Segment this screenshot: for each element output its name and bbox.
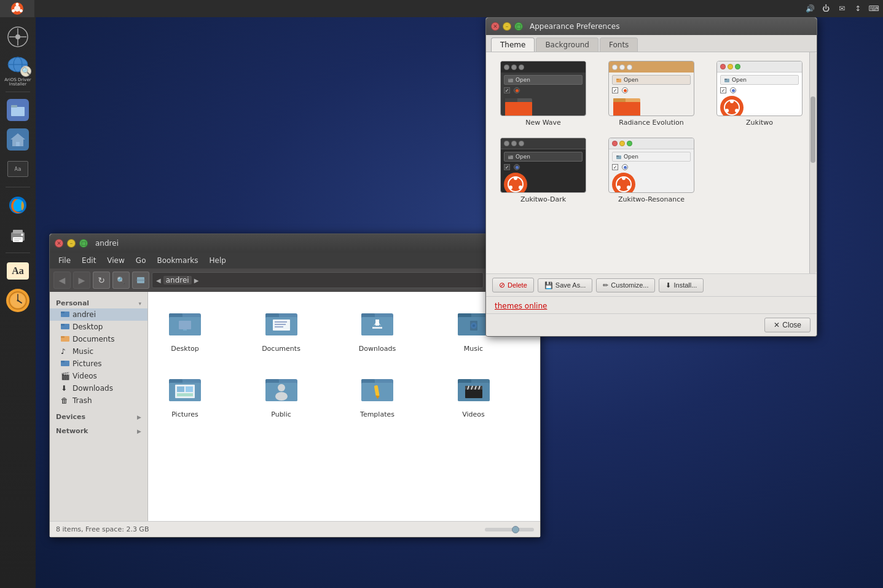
dock-item-firefox[interactable]	[4, 192, 31, 219]
file-item-desktop[interactable]: Desktop	[154, 298, 216, 358]
menu-bookmarks[interactable]: Bookmarks	[152, 255, 203, 266]
forward-button[interactable]: ▶	[73, 272, 90, 289]
status-text: 8 items, Free space: 2.3 GB	[56, 525, 149, 533]
save-as-btn[interactable]: 💾 Save As...	[538, 278, 593, 292]
ap-maximize-btn[interactable]: □	[514, 22, 523, 31]
svg-rect-32	[61, 312, 65, 313]
delete-theme-btn[interactable]: ⊘ Delete	[492, 278, 534, 292]
close-x-icon: ✕	[774, 321, 780, 329]
menu-view[interactable]: View	[102, 255, 129, 266]
file-item-documents[interactable]: Documents	[251, 298, 312, 358]
sidebar-item-desktop[interactable]: Desktop	[50, 321, 147, 333]
volume-icon[interactable]: 🔊	[803, 2, 817, 15]
file-grid: Desktop	[154, 298, 534, 423]
panel-right: 🔊 ⏻ ✉ ↕ ⌨	[803, 2, 883, 15]
documents-label: Documents	[262, 345, 300, 353]
file-manager-close-btn[interactable]: ✕	[55, 239, 63, 248]
svg-point-116	[617, 186, 621, 189]
personal-arrow: ▾	[138, 300, 141, 307]
menu-help[interactable]: Help	[205, 255, 231, 266]
power-icon[interactable]: ⏻	[819, 2, 833, 15]
svg-rect-55	[375, 319, 379, 326]
file-manager-toolbar: ◀ ▶ ↻ 🔍 ◀ andrei ▶ ⊞ ☰ ≡	[50, 269, 540, 292]
svg-point-103	[735, 109, 739, 112]
dock-separator-3	[6, 253, 30, 253]
sidebar-item-andrei[interactable]: andrei	[50, 308, 147, 321]
menu-edit[interactable]: Edit	[77, 255, 101, 266]
tab-theme[interactable]: Theme	[491, 37, 535, 52]
menu-go[interactable]: Go	[131, 255, 151, 266]
search-button[interactable]: 🔍	[112, 272, 130, 289]
network-icon[interactable]: ↕	[851, 2, 865, 15]
svg-rect-95	[616, 79, 619, 80]
sidebar-personal-header[interactable]: Personal ▾	[50, 297, 147, 308]
file-item-videos[interactable]: Videos	[443, 364, 504, 423]
reload-button[interactable]: ↻	[93, 272, 110, 289]
dock-item-driver-installer[interactable]: 🔍 AriOS Driver Installer	[2, 53, 33, 87]
file-item-public[interactable]: Public	[251, 364, 312, 423]
dock-item-files[interactable]	[4, 96, 31, 123]
dock-item-home[interactable]	[4, 126, 31, 153]
zoom-slider	[485, 528, 534, 531]
mail-icon[interactable]: ✉	[835, 2, 849, 15]
tab-fonts[interactable]: Fonts	[600, 37, 638, 52]
dock-item-logo[interactable]	[4, 23, 31, 50]
dock-item-printer[interactable]	[4, 221, 31, 248]
sidebar-item-downloads[interactable]: ⬇ Downloads	[50, 382, 147, 394]
location-bar: ◀ andrei ▶	[152, 272, 484, 288]
sidebar-item-pictures[interactable]: Pictures	[50, 358, 147, 370]
svg-rect-13	[11, 105, 17, 108]
ap-minimize-btn[interactable]: –	[503, 22, 511, 31]
svg-rect-20	[13, 237, 23, 242]
andrei-folder-icon	[61, 310, 69, 319]
customize-btn[interactable]: ✏ Customize...	[596, 278, 655, 292]
svg-rect-69	[177, 393, 193, 396]
theme-card-new-wave[interactable]: Open ✓	[492, 58, 594, 129]
file-manager-minimize-btn[interactable]: –	[67, 239, 76, 248]
theme-card-radiance[interactable]: Open ✓	[600, 58, 702, 129]
sidebar-devices-header[interactable]: Devices ▶	[50, 410, 147, 422]
file-manager-title: andrei	[95, 239, 119, 248]
location-forward-arrow[interactable]: ▶	[194, 277, 199, 284]
file-manager-maximize-btn[interactable]: □	[79, 239, 88, 248]
dock-item-clock[interactable]	[4, 287, 31, 314]
location-crumb[interactable]: andrei	[163, 276, 192, 284]
svg-rect-49	[275, 324, 286, 325]
file-item-downloads[interactable]: Downloads	[347, 298, 408, 358]
dock-item-fonts[interactable]: Aa	[4, 257, 31, 284]
sidebar-item-music[interactable]: ♪ Music	[50, 345, 147, 358]
videos-sidebar-icon: 🎬	[61, 372, 69, 380]
theme-card-zukitwo-dark[interactable]: Open ✓	[492, 135, 594, 206]
file-manager-window: ✕ – □ andrei File Edit View Go Bookmarks…	[49, 233, 541, 538]
close-prefs-btn[interactable]: ✕ Close	[764, 318, 810, 332]
ap-close-btn[interactable]: ✕	[491, 22, 500, 31]
sidebar-network-header[interactable]: Network ▶	[50, 425, 147, 436]
tab-background[interactable]: Background	[536, 37, 598, 52]
ap-scrollbar[interactable]	[809, 52, 817, 273]
install-btn[interactable]: ⬇ Install...	[659, 278, 704, 292]
sidebar-item-videos[interactable]: 🎬 Videos	[50, 370, 147, 382]
location-back-arrow[interactable]: ◀	[156, 277, 161, 284]
keyboard-icon[interactable]: ⌨	[867, 2, 881, 15]
radiance-label: Radiance Evolution	[619, 119, 684, 127]
file-item-templates[interactable]: Templates	[347, 364, 408, 423]
themes-online-link[interactable]: themes online	[495, 302, 547, 310]
theme-card-zukitwo-resonance[interactable]: Open ✓	[600, 135, 702, 206]
svg-point-114	[622, 176, 626, 180]
svg-rect-48	[275, 321, 287, 323]
ap-scroll-thumb[interactable]	[810, 96, 815, 163]
file-item-pictures[interactable]: Pictures	[154, 364, 216, 423]
panel-logo[interactable]	[0, 0, 34, 17]
home-button[interactable]	[132, 272, 149, 289]
slider-track[interactable]	[485, 528, 534, 531]
theme-card-zukitwo[interactable]: Open ✓	[708, 58, 810, 129]
sidebar-item-documents[interactable]: Documents	[50, 333, 147, 345]
svg-point-8	[15, 34, 20, 39]
sidebar-item-trash[interactable]: 🗑 Trash	[50, 394, 147, 407]
menu-file[interactable]: File	[53, 255, 76, 266]
videos-folder-icon-area	[454, 369, 493, 408]
back-button[interactable]: ◀	[53, 272, 71, 289]
ap-titlebar: ✕ – □ Appearance Preferences	[486, 18, 817, 35]
slider-thumb[interactable]	[512, 526, 519, 533]
dock-item-terminal[interactable]: Aa	[4, 155, 31, 182]
